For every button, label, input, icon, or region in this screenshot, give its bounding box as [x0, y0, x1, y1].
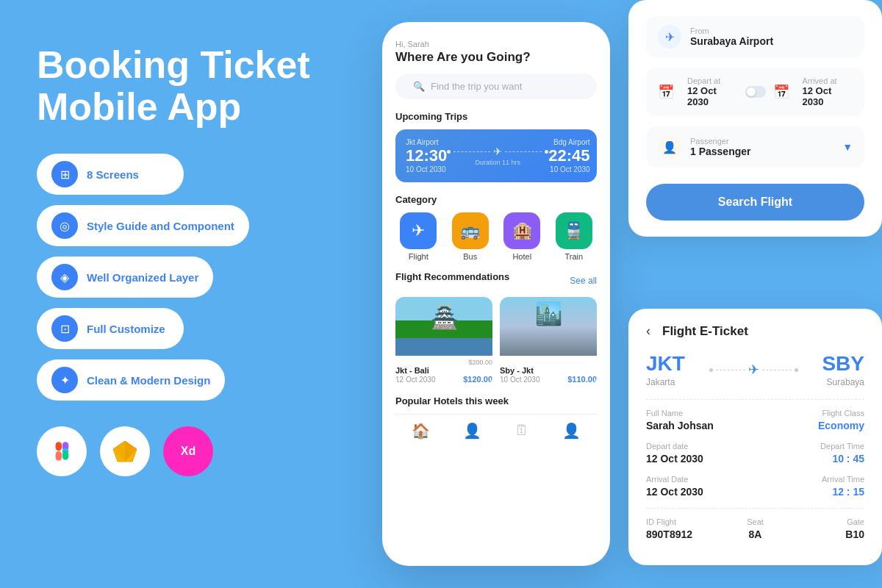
- rec-card-sby[interactable]: Sby - Jkt 10 Oct 2030 $110.00: [500, 297, 597, 385]
- bali-image: [395, 297, 492, 356]
- main-title: Booking Ticket Mobile App: [37, 44, 331, 128]
- passenger-text: Passenger 1 Passenger: [690, 137, 751, 157]
- feature-label-customize: Full Customize: [87, 323, 165, 335]
- sby-image: [500, 297, 597, 356]
- depart-date-block: Depart at 12 Oct 2030: [687, 76, 738, 107]
- flight-class-field: Flight Class Economy: [761, 409, 865, 431]
- feature-pill-layer[interactable]: ◈ Well Organized Layer: [37, 257, 213, 298]
- ticket-title: Flight E-Ticket: [662, 324, 748, 339]
- passenger-dropdown-arrow: ▼: [842, 141, 853, 153]
- bottom-nav: 🏠 👤 🗓 👤: [395, 414, 597, 440]
- feature-pill-screens[interactable]: ⊞ 8 Screens: [37, 154, 184, 195]
- from-text: From Surabaya Airport: [690, 26, 773, 47]
- search-icon: 🔍: [413, 81, 425, 92]
- date-toggle[interactable]: [745, 86, 766, 98]
- cat-icon-bus: 🚌: [452, 212, 489, 249]
- nav-calendar[interactable]: 🗓: [514, 422, 529, 440]
- cat-icon-flight: ✈: [400, 212, 437, 249]
- upcoming-label: Upcoming Trips: [395, 111, 597, 122]
- feature-icon-design: ✦: [51, 367, 78, 393]
- flight-line: ✈ Duration 11 hrs: [447, 146, 548, 166]
- category-hotel[interactable]: 🏨 Hotel: [499, 212, 545, 261]
- feature-pill-design[interactable]: ✦ Clean & Modern Design: [37, 359, 225, 401]
- depart-time-field: Depart Time 10 : 45: [761, 442, 865, 465]
- from-icon: ✈: [658, 25, 681, 49]
- feature-icon-screens: ⊞: [51, 161, 78, 187]
- plane-icon: ✈: [748, 362, 759, 378]
- nav-home[interactable]: 🏠: [412, 422, 430, 440]
- divider-1: [646, 399, 864, 400]
- sketch-icon: [100, 426, 150, 476]
- route-row: JKT Jakarta ✈ SBY Surabaya: [646, 352, 864, 387]
- full-name-field: Full Name Sarah Johsan: [646, 409, 750, 431]
- svg-rect-1: [56, 451, 62, 461]
- toggle-dot: [747, 87, 756, 96]
- cat-icon-hotel: 🏨: [503, 212, 540, 249]
- category-flight[interactable]: ✈ Flight: [395, 212, 442, 261]
- title-line1: Booking Ticket: [37, 43, 310, 86]
- nav-user[interactable]: 👤: [562, 422, 581, 440]
- eticket-panel: ‹ Flight E-Ticket JKT Jakarta ✈ SBY Sura…: [628, 309, 882, 565]
- cat-name-hotel: Hotel: [499, 252, 545, 261]
- phone-frame: Hi, Sarah Where Are you Going? 🔍 Find th…: [382, 22, 610, 566]
- cat-name-train: Train: [551, 252, 598, 261]
- left-section: Booking Ticket Mobile App ⊞ 8 Screens ◎ …: [37, 44, 331, 476]
- from-field-row: ✈ From Surabaya Airport: [646, 16, 864, 57]
- popular-label: Popular Hotels this week: [395, 395, 597, 406]
- category-train[interactable]: 🚆 Train: [551, 212, 598, 261]
- search-flight-button[interactable]: Search Flight: [646, 184, 864, 220]
- from-field[interactable]: ✈ From Surabaya Airport: [646, 16, 864, 57]
- arrive-calendar-icon: 📅: [773, 84, 789, 100]
- title-line2: Mobile App: [37, 85, 241, 128]
- origin-block: JKT Jakarta: [646, 352, 685, 387]
- back-button[interactable]: ‹: [646, 323, 650, 339]
- seat-field: Seat 8A: [723, 517, 789, 540]
- passenger-row[interactable]: 👤 Passenger 1 Passenger ▼: [646, 126, 864, 168]
- cat-name-bus: Bus: [448, 252, 494, 261]
- ticket-bottom-grid: ID Flight 890T8912 Seat 8A Gate B10: [646, 517, 864, 540]
- ticket-info-grid: Full Name Sarah Johsan Flight Class Econ…: [646, 409, 864, 498]
- feature-pill-style[interactable]: ◎ Style Guide and Component: [37, 205, 249, 246]
- feature-label-design: Clean & Modern Design: [87, 374, 210, 387]
- divider-2: [646, 508, 864, 509]
- category-label: Category: [395, 194, 597, 205]
- depart-calendar-icon: 📅: [658, 84, 674, 100]
- xd-icon: Xd: [163, 426, 213, 476]
- search-placeholder: Find the trip you want: [431, 81, 522, 92]
- feature-icon-style: ◎: [51, 212, 78, 239]
- from-airport: Jkt Airport 12:30 10 Oct 2030: [406, 138, 447, 173]
- passenger-icon: 👤: [658, 135, 681, 159]
- phone-main-title: Where Are you Going?: [395, 50, 597, 65]
- greeting-text: Hi, Sarah: [395, 40, 597, 49]
- feature-label-style: Style Guide and Component: [87, 220, 234, 232]
- arrival-time-field: Arrival Time 12 : 15: [761, 475, 865, 498]
- rec-card-bali[interactable]: $200.00 Jkt - Bali 12 Oct 2030 $120.00: [395, 297, 492, 385]
- search-bar[interactable]: 🔍 Find the trip you want: [395, 74, 597, 99]
- recommendations-header: Flight Recommendations See all: [395, 271, 597, 290]
- id-flight-field: ID Flight 890T8912: [646, 517, 712, 540]
- svg-rect-0: [56, 442, 62, 451]
- destination-block: SBY Surabaya: [822, 352, 864, 387]
- arrive-date-block: Arrived at 12 Oct 2030: [803, 76, 853, 107]
- to-airport: Bdg Airport 22:45 10 Oct 2030: [548, 138, 589, 173]
- arrival-date-field: Arrival Date 12 Oct 2030: [646, 475, 750, 498]
- figma-icon: [37, 426, 87, 476]
- features-list: ⊞ 8 Screens ◎ Style Guide and Component …: [37, 154, 331, 401]
- svg-rect-4: [62, 451, 68, 460]
- see-all-link[interactable]: See all: [570, 276, 597, 286]
- booking-form: ✈ From Surabaya Airport 📅 Depart at 12 O…: [628, 0, 882, 237]
- nav-profile[interactable]: 👤: [463, 422, 481, 440]
- date-field-row: 📅 Depart at 12 Oct 2030 📅 Arrived at 12 …: [646, 68, 864, 116]
- feature-pill-customize[interactable]: ⊡ Full Customize: [37, 308, 184, 349]
- tool-icons: Xd: [37, 426, 331, 476]
- recommendations-grid: $200.00 Jkt - Bali 12 Oct 2030 $120.00 S…: [395, 297, 597, 385]
- passenger-field-row: 👤 Passenger 1 Passenger ▼: [646, 126, 864, 168]
- date-row: 📅 Depart at 12 Oct 2030 📅 Arrived at 12 …: [646, 68, 864, 116]
- category-bus[interactable]: 🚌 Bus: [448, 212, 494, 261]
- depart-date-field: Depart date 12 Oct 2030: [646, 442, 750, 465]
- ticket-header: ‹ Flight E-Ticket: [646, 323, 864, 339]
- phone-mockup: Hi, Sarah Where Are you Going? 🔍 Find th…: [382, 22, 610, 566]
- recommendations-label: Flight Recommendations: [395, 271, 509, 282]
- feature-label-screens: 8 Screens: [87, 168, 139, 181]
- trip-card[interactable]: Jkt Airport 12:30 10 Oct 2030 ✈ Duration…: [395, 129, 597, 182]
